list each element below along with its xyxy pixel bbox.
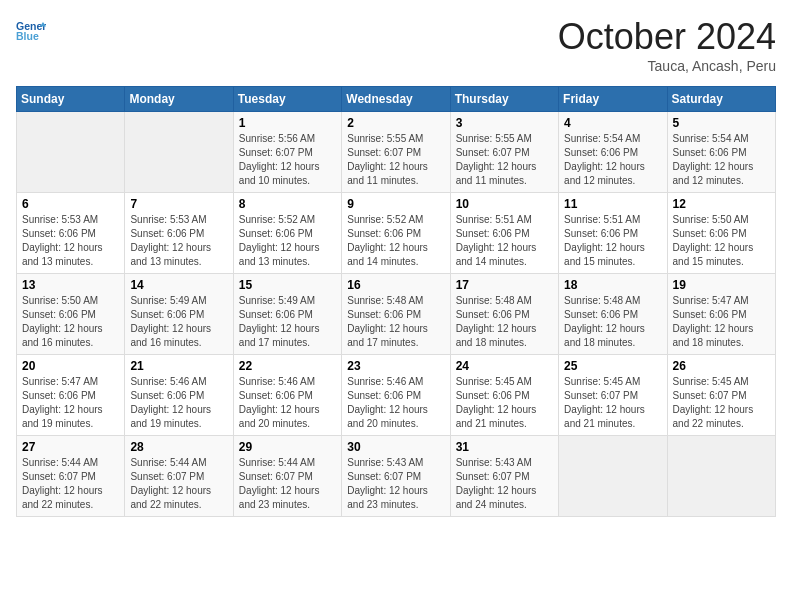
title-block: October 2024 Tauca, Ancash, Peru bbox=[558, 16, 776, 74]
day-info: Sunrise: 5:55 AM Sunset: 6:07 PM Dayligh… bbox=[456, 132, 553, 188]
calendar-cell bbox=[667, 436, 775, 517]
day-number: 20 bbox=[22, 359, 119, 373]
day-info: Sunrise: 5:54 AM Sunset: 6:06 PM Dayligh… bbox=[673, 132, 770, 188]
month-title: October 2024 bbox=[558, 16, 776, 58]
calendar-cell: 1Sunrise: 5:56 AM Sunset: 6:07 PM Daylig… bbox=[233, 112, 341, 193]
calendar-cell: 26Sunrise: 5:45 AM Sunset: 6:07 PM Dayli… bbox=[667, 355, 775, 436]
day-info: Sunrise: 5:43 AM Sunset: 6:07 PM Dayligh… bbox=[347, 456, 444, 512]
weekday-header-friday: Friday bbox=[559, 87, 667, 112]
calendar-cell: 30Sunrise: 5:43 AM Sunset: 6:07 PM Dayli… bbox=[342, 436, 450, 517]
calendar-cell bbox=[125, 112, 233, 193]
day-number: 16 bbox=[347, 278, 444, 292]
day-info: Sunrise: 5:44 AM Sunset: 6:07 PM Dayligh… bbox=[239, 456, 336, 512]
day-number: 23 bbox=[347, 359, 444, 373]
day-info: Sunrise: 5:52 AM Sunset: 6:06 PM Dayligh… bbox=[239, 213, 336, 269]
calendar-cell: 7Sunrise: 5:53 AM Sunset: 6:06 PM Daylig… bbox=[125, 193, 233, 274]
logo: General Blue bbox=[16, 16, 46, 46]
day-number: 15 bbox=[239, 278, 336, 292]
calendar-cell: 16Sunrise: 5:48 AM Sunset: 6:06 PM Dayli… bbox=[342, 274, 450, 355]
day-number: 29 bbox=[239, 440, 336, 454]
day-info: Sunrise: 5:48 AM Sunset: 6:06 PM Dayligh… bbox=[347, 294, 444, 350]
day-number: 30 bbox=[347, 440, 444, 454]
calendar-cell: 11Sunrise: 5:51 AM Sunset: 6:06 PM Dayli… bbox=[559, 193, 667, 274]
calendar-table: SundayMondayTuesdayWednesdayThursdayFrid… bbox=[16, 86, 776, 517]
day-number: 17 bbox=[456, 278, 553, 292]
logo-icon: General Blue bbox=[16, 16, 46, 46]
calendar-cell: 4Sunrise: 5:54 AM Sunset: 6:06 PM Daylig… bbox=[559, 112, 667, 193]
calendar-cell: 22Sunrise: 5:46 AM Sunset: 6:06 PM Dayli… bbox=[233, 355, 341, 436]
day-number: 4 bbox=[564, 116, 661, 130]
svg-text:Blue: Blue bbox=[16, 30, 39, 42]
weekday-header-sunday: Sunday bbox=[17, 87, 125, 112]
day-number: 3 bbox=[456, 116, 553, 130]
calendar-cell: 9Sunrise: 5:52 AM Sunset: 6:06 PM Daylig… bbox=[342, 193, 450, 274]
day-number: 14 bbox=[130, 278, 227, 292]
weekday-header-monday: Monday bbox=[125, 87, 233, 112]
day-info: Sunrise: 5:45 AM Sunset: 6:06 PM Dayligh… bbox=[456, 375, 553, 431]
day-info: Sunrise: 5:51 AM Sunset: 6:06 PM Dayligh… bbox=[456, 213, 553, 269]
calendar-cell: 19Sunrise: 5:47 AM Sunset: 6:06 PM Dayli… bbox=[667, 274, 775, 355]
day-number: 25 bbox=[564, 359, 661, 373]
calendar-cell: 24Sunrise: 5:45 AM Sunset: 6:06 PM Dayli… bbox=[450, 355, 558, 436]
calendar-cell: 27Sunrise: 5:44 AM Sunset: 6:07 PM Dayli… bbox=[17, 436, 125, 517]
day-info: Sunrise: 5:48 AM Sunset: 6:06 PM Dayligh… bbox=[564, 294, 661, 350]
day-info: Sunrise: 5:53 AM Sunset: 6:06 PM Dayligh… bbox=[130, 213, 227, 269]
calendar-cell: 29Sunrise: 5:44 AM Sunset: 6:07 PM Dayli… bbox=[233, 436, 341, 517]
day-info: Sunrise: 5:50 AM Sunset: 6:06 PM Dayligh… bbox=[673, 213, 770, 269]
day-info: Sunrise: 5:50 AM Sunset: 6:06 PM Dayligh… bbox=[22, 294, 119, 350]
day-info: Sunrise: 5:54 AM Sunset: 6:06 PM Dayligh… bbox=[564, 132, 661, 188]
calendar-cell: 17Sunrise: 5:48 AM Sunset: 6:06 PM Dayli… bbox=[450, 274, 558, 355]
day-info: Sunrise: 5:52 AM Sunset: 6:06 PM Dayligh… bbox=[347, 213, 444, 269]
weekday-header-saturday: Saturday bbox=[667, 87, 775, 112]
day-number: 8 bbox=[239, 197, 336, 211]
day-number: 28 bbox=[130, 440, 227, 454]
day-info: Sunrise: 5:47 AM Sunset: 6:06 PM Dayligh… bbox=[673, 294, 770, 350]
calendar-cell: 2Sunrise: 5:55 AM Sunset: 6:07 PM Daylig… bbox=[342, 112, 450, 193]
day-info: Sunrise: 5:49 AM Sunset: 6:06 PM Dayligh… bbox=[239, 294, 336, 350]
day-info: Sunrise: 5:46 AM Sunset: 6:06 PM Dayligh… bbox=[239, 375, 336, 431]
page-header: General Blue October 2024 Tauca, Ancash,… bbox=[16, 16, 776, 74]
calendar-cell: 21Sunrise: 5:46 AM Sunset: 6:06 PM Dayli… bbox=[125, 355, 233, 436]
day-number: 6 bbox=[22, 197, 119, 211]
calendar-cell: 25Sunrise: 5:45 AM Sunset: 6:07 PM Dayli… bbox=[559, 355, 667, 436]
calendar-cell: 13Sunrise: 5:50 AM Sunset: 6:06 PM Dayli… bbox=[17, 274, 125, 355]
calendar-cell: 12Sunrise: 5:50 AM Sunset: 6:06 PM Dayli… bbox=[667, 193, 775, 274]
day-info: Sunrise: 5:49 AM Sunset: 6:06 PM Dayligh… bbox=[130, 294, 227, 350]
calendar-cell: 6Sunrise: 5:53 AM Sunset: 6:06 PM Daylig… bbox=[17, 193, 125, 274]
day-number: 7 bbox=[130, 197, 227, 211]
day-info: Sunrise: 5:45 AM Sunset: 6:07 PM Dayligh… bbox=[564, 375, 661, 431]
day-info: Sunrise: 5:45 AM Sunset: 6:07 PM Dayligh… bbox=[673, 375, 770, 431]
calendar-cell bbox=[17, 112, 125, 193]
day-info: Sunrise: 5:46 AM Sunset: 6:06 PM Dayligh… bbox=[130, 375, 227, 431]
day-info: Sunrise: 5:44 AM Sunset: 6:07 PM Dayligh… bbox=[130, 456, 227, 512]
day-number: 1 bbox=[239, 116, 336, 130]
day-number: 5 bbox=[673, 116, 770, 130]
day-number: 2 bbox=[347, 116, 444, 130]
calendar-cell: 8Sunrise: 5:52 AM Sunset: 6:06 PM Daylig… bbox=[233, 193, 341, 274]
day-info: Sunrise: 5:43 AM Sunset: 6:07 PM Dayligh… bbox=[456, 456, 553, 512]
calendar-cell: 15Sunrise: 5:49 AM Sunset: 6:06 PM Dayli… bbox=[233, 274, 341, 355]
day-number: 9 bbox=[347, 197, 444, 211]
day-number: 21 bbox=[130, 359, 227, 373]
weekday-header-wednesday: Wednesday bbox=[342, 87, 450, 112]
day-number: 24 bbox=[456, 359, 553, 373]
day-info: Sunrise: 5:56 AM Sunset: 6:07 PM Dayligh… bbox=[239, 132, 336, 188]
day-number: 10 bbox=[456, 197, 553, 211]
day-info: Sunrise: 5:51 AM Sunset: 6:06 PM Dayligh… bbox=[564, 213, 661, 269]
day-number: 22 bbox=[239, 359, 336, 373]
day-info: Sunrise: 5:48 AM Sunset: 6:06 PM Dayligh… bbox=[456, 294, 553, 350]
calendar-cell: 14Sunrise: 5:49 AM Sunset: 6:06 PM Dayli… bbox=[125, 274, 233, 355]
weekday-header-tuesday: Tuesday bbox=[233, 87, 341, 112]
day-info: Sunrise: 5:44 AM Sunset: 6:07 PM Dayligh… bbox=[22, 456, 119, 512]
day-number: 11 bbox=[564, 197, 661, 211]
day-number: 12 bbox=[673, 197, 770, 211]
day-number: 18 bbox=[564, 278, 661, 292]
day-number: 19 bbox=[673, 278, 770, 292]
calendar-cell: 23Sunrise: 5:46 AM Sunset: 6:06 PM Dayli… bbox=[342, 355, 450, 436]
weekday-header-thursday: Thursday bbox=[450, 87, 558, 112]
calendar-cell: 20Sunrise: 5:47 AM Sunset: 6:06 PM Dayli… bbox=[17, 355, 125, 436]
day-number: 26 bbox=[673, 359, 770, 373]
day-number: 31 bbox=[456, 440, 553, 454]
calendar-cell: 31Sunrise: 5:43 AM Sunset: 6:07 PM Dayli… bbox=[450, 436, 558, 517]
day-info: Sunrise: 5:47 AM Sunset: 6:06 PM Dayligh… bbox=[22, 375, 119, 431]
